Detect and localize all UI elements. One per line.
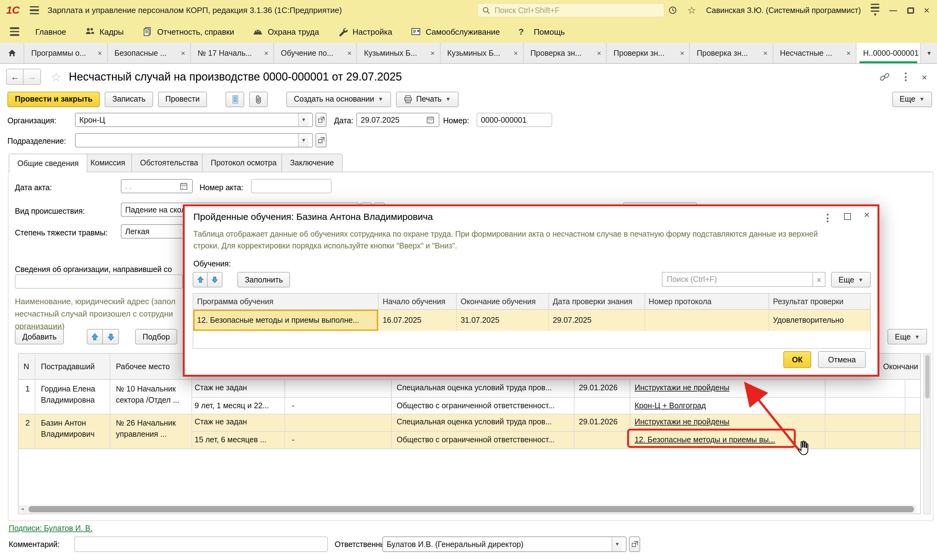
signatures-link[interactable]: Подписи: Булатов И. В. [9, 524, 92, 533]
service-menu-icon[interactable]: ▼ [871, 4, 879, 17]
close-icon[interactable]: × [177, 49, 185, 57]
menu-hr[interactable]: Кадры [85, 27, 123, 37]
forward-arrow-icon[interactable]: → [23, 69, 41, 85]
back-arrow-icon[interactable]: ← [6, 69, 23, 85]
row1-trainings-link[interactable]: Крон-Ц + Волгоград [635, 402, 706, 410]
write-button[interactable]: Записать [105, 91, 153, 107]
scroll-left-icon[interactable]: ◂ [21, 506, 23, 512]
tab-commission[interactable]: Комиссия [82, 154, 134, 172]
close-icon[interactable]: × [919, 49, 921, 57]
favorites-star-icon[interactable]: ☆ [687, 4, 696, 16]
trainings-table[interactable]: Программа обучения Начало обучения Оконч… [193, 293, 871, 349]
dialog-search-input[interactable]: Поиск (Ctrl+F) [662, 272, 813, 287]
related-documents-button[interactable] [226, 91, 244, 107]
close-document-icon[interactable]: × [922, 72, 927, 82]
favorite-star-icon[interactable]: ☆ [51, 70, 62, 84]
close-icon[interactable]: × [510, 49, 518, 57]
main-menu-icon[interactable] [29, 6, 39, 15]
department-open-button[interactable] [316, 133, 327, 148]
close-icon[interactable]: × [427, 49, 435, 57]
restore-window-icon[interactable] [907, 7, 914, 13]
tab-overflow-icon[interactable]: ▼ [921, 43, 937, 63]
menu-reports[interactable]: Отчетность, справки [142, 27, 234, 37]
post-button[interactable]: Провести [158, 91, 207, 107]
responsible-open-button[interactable] [629, 537, 640, 552]
tab-accidents[interactable]: Несчастные ...× [773, 43, 856, 63]
close-icon[interactable]: × [843, 49, 851, 57]
scrollbar-thumb[interactable] [29, 506, 914, 512]
organization-combo[interactable]: Крон-Ц▼ [75, 113, 313, 127]
tab-home[interactable] [0, 43, 25, 63]
trainings-table-row[interactable]: 12. Безопасные методы и приемы выполне..… [193, 310, 870, 331]
tab-general-info[interactable]: Общие сведения [9, 154, 87, 172]
department-combo[interactable]: ▼ [75, 133, 313, 148]
clear-search-icon[interactable]: x [813, 272, 826, 287]
fill-button[interactable]: Заполнить [237, 272, 290, 288]
tab-kuzminykh-2[interactable]: Кузьминых Б...× [440, 43, 523, 63]
chevron-down-icon[interactable]: ▼ [298, 134, 308, 147]
table-more-button[interactable]: Еще▼ [888, 329, 928, 345]
menu-self-service[interactable]: Самообслуживание [411, 27, 500, 37]
global-search-input[interactable]: Поиск Ctrl+Shift+F [477, 3, 664, 17]
tab-inspection-protocol[interactable]: Протокол осмотра [202, 154, 285, 172]
more-actions-kebab-icon[interactable] [905, 72, 907, 81]
responsible-combo[interactable]: Булатов И.В. (Генеральный директор)▼ [382, 537, 627, 552]
calendar-icon[interactable] [426, 115, 435, 125]
dialog-more-kebab-icon[interactable] [827, 214, 829, 222]
move-up-button[interactable] [87, 329, 103, 345]
tab-check-1[interactable]: Проверка зн...× [524, 43, 607, 63]
more-button[interactable]: Еще▼ [892, 91, 932, 107]
add-row-button[interactable]: Добавить [15, 329, 64, 345]
row1-briefings-link[interactable]: Инструктажи не пройдены [635, 383, 729, 392]
close-icon[interactable]: × [344, 49, 352, 57]
minimize-window-icon[interactable]: — [889, 6, 897, 15]
organization-open-button[interactable] [316, 113, 327, 127]
create-based-on-button[interactable]: Создать на основании▼ [286, 91, 391, 107]
chevron-down-icon[interactable]: ▼ [298, 113, 308, 126]
tab-kuzminykh-1[interactable]: Кузьминых Б...× [357, 43, 440, 63]
close-icon[interactable]: × [677, 49, 684, 57]
comment-field[interactable] [74, 537, 328, 552]
tab-checks[interactable]: Проверки зн...× [607, 43, 690, 63]
act-number-field[interactable] [251, 179, 331, 193]
tab-conclusion[interactable]: Заключение [281, 154, 343, 172]
menu-labor-safety[interactable]: Охрана труда [253, 27, 319, 37]
tab-circumstances[interactable]: Обстоятельства [131, 154, 207, 172]
close-icon[interactable]: × [593, 49, 601, 57]
close-icon[interactable]: × [94, 49, 102, 57]
current-user[interactable]: Савинская З.Ю. (Системный программист) [706, 6, 861, 15]
sending-org-field[interactable] [15, 274, 183, 289]
date-field[interactable]: 29.07.2025 [356, 113, 439, 127]
close-icon[interactable]: × [760, 49, 767, 57]
chevron-down-icon[interactable]: ▼ [612, 537, 622, 551]
horizontal-scrollbar[interactable]: ◂ [18, 505, 916, 513]
sections-menu-icon[interactable] [10, 28, 19, 36]
tab-training[interactable]: Обучение по...× [274, 43, 357, 63]
act-date-field[interactable]: . . [121, 179, 193, 193]
calendar-icon[interactable] [179, 182, 188, 191]
post-and-close-button[interactable]: Провести и закрыть [8, 91, 100, 107]
close-icon[interactable]: × [260, 49, 268, 57]
tab-safe-methods[interactable]: Безопасные ...× [108, 43, 191, 63]
ok-button[interactable]: ОК [783, 351, 811, 368]
menu-help[interactable]: ?Помощь [518, 27, 565, 37]
tab-accident-document-active[interactable]: Н..0000-000001× [857, 43, 921, 63]
tab-programs[interactable]: Программы о...× [25, 43, 108, 63]
dialog-more-button[interactable]: Еще▼ [831, 272, 871, 288]
tab-no17[interactable]: № 17 Началь...× [191, 43, 274, 63]
dialog-move-up-button[interactable] [193, 272, 208, 288]
menu-main[interactable]: Главное [35, 27, 66, 36]
get-link-icon[interactable] [879, 72, 890, 82]
vertical-scrollbar[interactable] [923, 353, 931, 514]
menu-settings[interactable]: Настройка [338, 27, 392, 37]
dialog-maximize-icon[interactable] [844, 213, 851, 220]
close-window-icon[interactable]: × [924, 5, 929, 16]
attachments-button[interactable] [249, 91, 268, 107]
dialog-move-down-button[interactable] [208, 272, 222, 288]
print-button[interactable]: Печать▼ [396, 91, 458, 107]
dialog-close-icon[interactable]: × [864, 209, 870, 220]
tab-check-2[interactable]: Проверка зн...× [690, 43, 773, 63]
cancel-button[interactable]: Отмена [818, 351, 866, 368]
history-icon[interactable] [668, 6, 677, 15]
pick-button[interactable]: Подбор [135, 329, 177, 345]
